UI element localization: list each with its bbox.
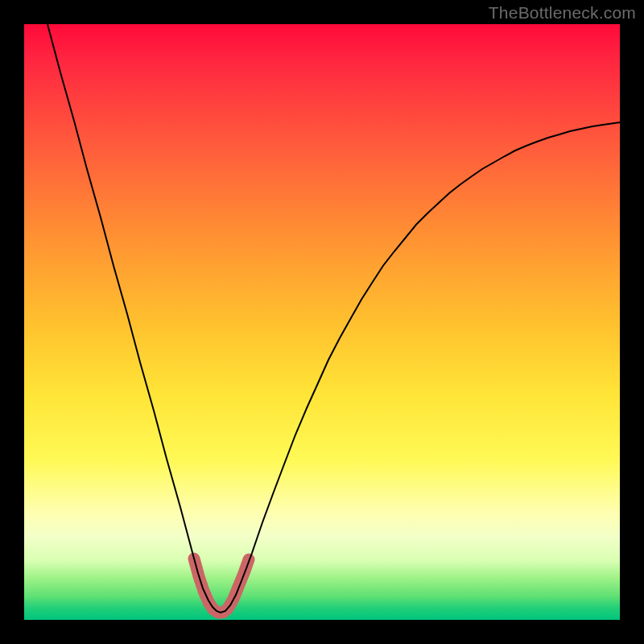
chart-svg [24, 24, 620, 620]
watermark-text: TheBottleneck.com [489, 3, 636, 23]
chart-plot-area [24, 24, 620, 620]
bottleneck-curve [47, 24, 620, 613]
